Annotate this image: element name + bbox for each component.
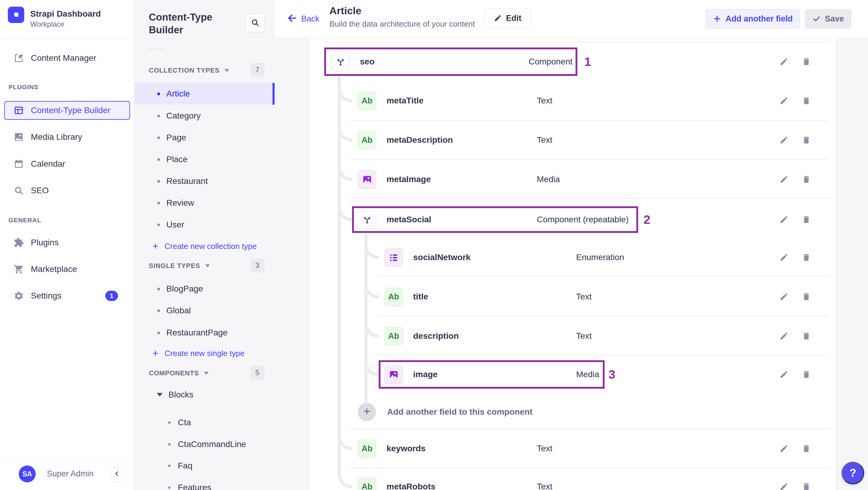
annotation-number: 2 bbox=[644, 213, 650, 226]
text-field-icon: Ab bbox=[384, 288, 403, 306]
edit-field-button[interactable] bbox=[777, 133, 790, 147]
bullet-icon bbox=[157, 309, 160, 312]
panel-item-label: RestaurantPage bbox=[166, 328, 227, 338]
delete-field-button[interactable] bbox=[800, 329, 813, 343]
field-name: keywords bbox=[386, 444, 426, 453]
panel-item-page[interactable]: Page bbox=[134, 127, 275, 149]
delete-field-button[interactable] bbox=[800, 173, 813, 186]
field-name: metaImage bbox=[386, 175, 431, 184]
add-field-to-component-label[interactable]: Add another field to this component bbox=[387, 407, 533, 417]
sidebar-section-label: PLUGINS bbox=[8, 84, 38, 91]
panel-item-article[interactable]: Article bbox=[134, 83, 275, 105]
app-workspace: Workplace bbox=[30, 20, 64, 28]
user-name: Super Admin bbox=[47, 469, 94, 479]
panel-item-restaurantpage[interactable]: RestaurantPage bbox=[134, 322, 275, 344]
create-new-single-type-link[interactable]: Create new single type bbox=[134, 345, 275, 361]
panel-category-blocks[interactable]: Blocks bbox=[134, 387, 275, 403]
chevron-down-icon bbox=[224, 69, 229, 72]
sidebar-item-label: Content Manager bbox=[31, 53, 96, 63]
create-new-collection-type-link[interactable]: Create new collection type bbox=[134, 238, 275, 254]
delete-field-button[interactable] bbox=[800, 480, 813, 490]
add-field-label: Add another field bbox=[725, 14, 793, 24]
edit-field-button[interactable] bbox=[777, 290, 790, 303]
row-divider bbox=[323, 42, 829, 42]
page-subtitle: Build the data architecture of your cont… bbox=[329, 19, 475, 29]
row-divider bbox=[349, 159, 829, 159]
delete-field-button[interactable] bbox=[800, 133, 813, 147]
panel-item-review[interactable]: Review bbox=[134, 192, 275, 214]
add-field-to-component-button[interactable] bbox=[358, 403, 376, 421]
delete-field-button[interactable] bbox=[800, 55, 813, 68]
chevron-down-icon bbox=[204, 372, 209, 375]
row-divider bbox=[377, 355, 829, 356]
image-icon bbox=[13, 131, 24, 143]
panel-item-place[interactable]: Place bbox=[134, 149, 275, 170]
avatar[interactable]: SA bbox=[19, 465, 36, 483]
edit-field-button[interactable] bbox=[777, 251, 790, 264]
edit-field-button[interactable] bbox=[777, 173, 790, 186]
text-field-icon: Ab bbox=[358, 478, 376, 490]
sidebar-item-calendar[interactable]: Calendar bbox=[4, 155, 130, 173]
enumeration-field-icon bbox=[384, 248, 403, 267]
help-button[interactable]: ? bbox=[842, 462, 864, 484]
edit-button[interactable]: Edit bbox=[485, 8, 531, 28]
collapse-sidebar-button[interactable] bbox=[111, 467, 123, 482]
bullet-icon bbox=[157, 136, 160, 139]
panel-item-label: Restaurant bbox=[166, 176, 208, 186]
edit-field-button[interactable] bbox=[777, 213, 790, 226]
panel-item-label: CtaCommandLine bbox=[178, 439, 246, 449]
panel-item-label: BlogPage bbox=[166, 284, 203, 294]
panel-item-faq[interactable]: Faq bbox=[134, 455, 275, 477]
sidebar-item-label: Content-Type Builder bbox=[31, 105, 111, 115]
panel-section-collection-types[interactable]: COLLECTION TYPES bbox=[149, 66, 229, 74]
panel-item-ctacommandline[interactable]: CtaCommandLine bbox=[134, 433, 275, 455]
edit-field-button[interactable] bbox=[777, 329, 790, 343]
panel-section-single-types[interactable]: SINGLE TYPES bbox=[149, 262, 210, 270]
delete-field-button[interactable] bbox=[800, 94, 813, 108]
sidebar-item-seo[interactable]: SEO bbox=[4, 181, 130, 200]
bullet-icon bbox=[168, 421, 170, 424]
save-button[interactable]: Save bbox=[805, 9, 851, 28]
save-label: Save bbox=[825, 14, 844, 24]
delete-field-button[interactable] bbox=[800, 442, 813, 455]
row-divider bbox=[349, 429, 829, 429]
bullet-icon bbox=[157, 332, 160, 334]
edit-field-button[interactable] bbox=[777, 368, 790, 381]
sidebar-item-content-manager[interactable]: Content Manager bbox=[4, 49, 130, 67]
panel-item-blogpage[interactable]: BlogPage bbox=[134, 278, 275, 300]
edit-field-button[interactable] bbox=[777, 480, 790, 490]
add-another-field-button[interactable]: Add another field bbox=[706, 9, 800, 28]
panel-item-features[interactable]: Features bbox=[134, 477, 275, 490]
fields-card: seoComponentAbmetaTitleTextAbmetaDescrip… bbox=[309, 38, 836, 490]
panel-item-label: Cta bbox=[178, 418, 191, 427]
panel-item-cta[interactable]: Cta bbox=[134, 412, 275, 433]
layout-icon bbox=[13, 105, 24, 116]
create-link-label: Create new collection type bbox=[164, 242, 257, 251]
panel-title: Content-Type Builder bbox=[149, 11, 243, 36]
delete-field-button[interactable] bbox=[800, 251, 813, 264]
back-link[interactable]: Back bbox=[286, 12, 319, 25]
search-button[interactable] bbox=[246, 13, 265, 32]
field-name: image bbox=[413, 370, 438, 379]
edit-field-button[interactable] bbox=[777, 94, 790, 108]
field-type: Component bbox=[529, 57, 572, 66]
sidebar-item-marketplace[interactable]: Marketplace bbox=[4, 260, 130, 279]
sidebar-item-plugins[interactable]: Plugins bbox=[4, 233, 130, 252]
delete-field-button[interactable] bbox=[800, 213, 813, 226]
panel-item-global[interactable]: Global bbox=[134, 300, 275, 321]
sidebar-divider bbox=[0, 38, 134, 38]
edit-field-button[interactable] bbox=[777, 442, 790, 455]
delete-field-button[interactable] bbox=[800, 290, 813, 303]
sidebar-item-settings[interactable]: Settings1 bbox=[4, 286, 130, 305]
panel-item-restaurant[interactable]: Restaurant bbox=[134, 170, 275, 192]
delete-field-button[interactable] bbox=[800, 368, 813, 381]
panel-section-components[interactable]: COMPONENTS bbox=[149, 369, 209, 377]
row-divider bbox=[377, 276, 829, 276]
sidebar-item-label: Calendar bbox=[31, 159, 65, 169]
bullet-icon bbox=[157, 202, 160, 205]
panel-item-user[interactable]: User bbox=[134, 214, 275, 236]
sidebar-item-media-library[interactable]: Media Library bbox=[4, 128, 130, 146]
edit-field-button[interactable] bbox=[777, 55, 790, 68]
panel-item-category[interactable]: Category bbox=[134, 105, 275, 127]
sidebar-item-content-type-builder[interactable]: Content-Type Builder bbox=[4, 101, 130, 120]
